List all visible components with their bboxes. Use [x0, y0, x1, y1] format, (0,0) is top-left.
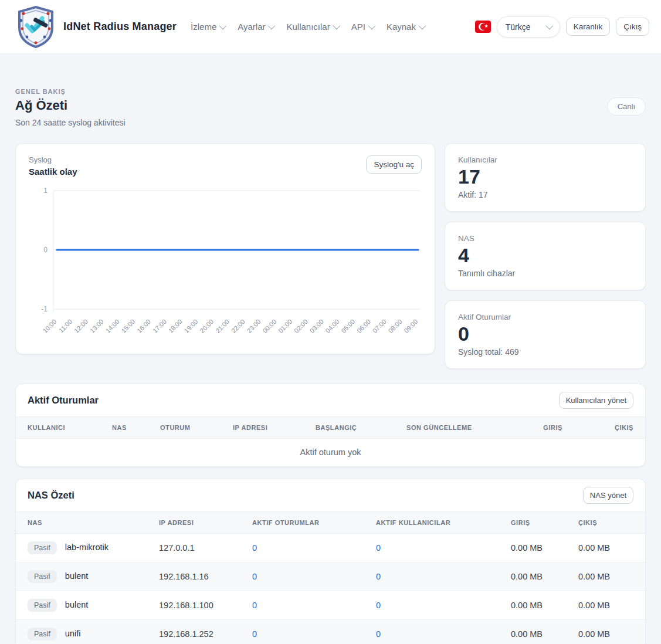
nas-ip-address: 192.168.1.100 — [152, 591, 245, 620]
chart-title: Saatlik olay — [29, 167, 77, 177]
traffic-in-value: 0.00 MB — [504, 534, 571, 562]
stat-subtext: Tanımlı cihazlar — [458, 269, 632, 278]
stat-card: NAS 4 Tanımlı cihazlar — [445, 222, 646, 290]
active-users-link[interactable]: 0 — [376, 629, 381, 639]
traffic-in-value: 0.00 MB — [504, 591, 571, 620]
sessions-column-header: KULLANICI — [16, 417, 105, 439]
sessions-header-row: KULLANICINASOTURUMIP ADRESIBAŞLANGIÇSON … — [16, 417, 645, 439]
overview-grid: Syslog Saatlik olay Syslog'u aç 10-110:0… — [11, 143, 650, 369]
svg-text:19:00: 19:00 — [183, 318, 199, 334]
nas-column-header: AKTIF KULLANICILAR — [369, 512, 504, 534]
nav-menu-label: Kullanıcılar — [286, 22, 330, 32]
open-syslog-button[interactable]: Syslog'u aç — [366, 155, 422, 174]
sessions-column-header: NAS — [105, 417, 153, 439]
chevron-down-icon — [333, 22, 340, 30]
nas-ip-address: 192.168.1.16 — [152, 562, 245, 591]
dark-mode-button[interactable]: Karanlık — [566, 18, 611, 36]
nas-name: bulent — [65, 600, 89, 609]
nas-column-header: NAS — [16, 512, 152, 534]
top-navigation-bar: IdNet Radius Manager İzleme Ayarlar Kull… — [0, 0, 661, 54]
turkish-flag-icon: ★ — [475, 21, 491, 33]
status-badge: Pasif — [28, 570, 57, 583]
svg-text:13:00: 13:00 — [89, 318, 105, 334]
syslog-chart-card: Syslog Saatlik olay Syslog'u aç 10-110:0… — [15, 143, 435, 354]
nas-ip-address: 127.0.0.1 — [152, 534, 245, 562]
sessions-column-header: BAŞLANGIÇ — [309, 417, 399, 439]
stat-value: 17 — [458, 165, 632, 188]
nav-menu-item[interactable]: Kullanıcılar — [286, 22, 338, 32]
nas-column-header: GIRIŞ — [504, 512, 571, 534]
chevron-down-icon — [219, 22, 227, 30]
sessions-title: Aktif Oturumlar — [28, 395, 99, 406]
sessions-column-header: SON GÜNCELLEME — [399, 417, 511, 439]
nav-menu-label: API — [351, 22, 365, 32]
active-sessions-link[interactable]: 0 — [252, 601, 257, 610]
svg-text:15:00: 15:00 — [120, 318, 136, 334]
nas-table-row: Pasif bulent 192.168.1.16 0 0 0.00 MB 0.… — [16, 562, 645, 591]
status-badge: Pasif — [28, 628, 57, 640]
svg-text:02:00: 02:00 — [293, 318, 309, 334]
svg-text:07:00: 07:00 — [371, 318, 388, 334]
svg-text:23:00: 23:00 — [246, 318, 262, 334]
svg-text:0: 0 — [43, 246, 48, 254]
stat-label: Kullanıcılar — [458, 155, 632, 164]
sessions-card-header: Aktif Oturumlar Kullanıcıları yönet — [16, 384, 645, 416]
svg-text:16:00: 16:00 — [135, 318, 152, 334]
chart-card-header: Syslog Saatlik olay Syslog'u aç — [29, 155, 422, 177]
traffic-out-value: 0.00 MB — [571, 534, 645, 562]
active-users-link[interactable]: 0 — [376, 601, 381, 610]
sessions-empty-message: Aktif oturum yok — [16, 439, 645, 467]
main-nav: İzleme Ayarlar Kullanıcılar API Kaynak — [191, 22, 424, 32]
svg-text:08:00: 08:00 — [387, 318, 404, 334]
nav-menu-label: Ayarlar — [238, 22, 265, 32]
manage-nas-button[interactable]: NAS yönet — [583, 487, 633, 504]
chart-kicker: Syslog — [29, 155, 77, 164]
manage-users-button[interactable]: Kullanıcıları yönet — [559, 392, 633, 409]
nas-summary-card: NAS Özeti NAS yönet NASIP ADRESIAKTIF OT… — [15, 479, 646, 644]
topbar-right: ★ Türkçe Karanlık Çıkış — [475, 16, 649, 38]
traffic-out-value: 0.00 MB — [571, 591, 645, 620]
svg-text:06:00: 06:00 — [355, 318, 372, 334]
chevron-down-icon — [368, 22, 375, 30]
stat-label: NAS — [458, 234, 632, 243]
svg-text:21:00: 21:00 — [214, 318, 230, 334]
nas-table-body: Pasif lab-mikrotik 127.0.0.1 0 0 0.00 MB… — [16, 534, 645, 644]
active-sessions-link[interactable]: 0 — [252, 572, 257, 581]
nas-column-header: IP ADRESI — [152, 512, 245, 534]
svg-text:05:00: 05:00 — [340, 318, 356, 334]
live-status-badge: Canlı — [607, 97, 646, 116]
nav-menu-item[interactable]: İzleme — [191, 22, 225, 32]
page-header: GENEL BAKIŞ Ağ Özeti Son 24 saatte syslo… — [11, 88, 650, 127]
svg-text:03:00: 03:00 — [309, 318, 325, 334]
status-badge: Pasif — [28, 541, 57, 554]
nav-menu-item[interactable]: API — [351, 22, 374, 32]
nas-table-row: Pasif lab-mikrotik 127.0.0.1 0 0 0.00 MB… — [16, 534, 645, 562]
status-badge: Pasif — [28, 599, 57, 612]
language-selected-value: Türkçe — [506, 22, 531, 32]
nav-menu-item[interactable]: Kaynak — [387, 22, 424, 32]
active-sessions-link[interactable]: 0 — [252, 629, 257, 639]
nas-column-header: ÇIKIŞ — [571, 512, 645, 534]
syslog-hourly-chart: 10-110:0011:0012:0013:0014:0015:0016:001… — [29, 185, 423, 341]
svg-text:10:00: 10:00 — [41, 318, 57, 334]
active-users-link[interactable]: 0 — [376, 543, 381, 553]
brand: IdNet Radius Manager — [16, 5, 177, 49]
svg-text:20:00: 20:00 — [198, 318, 215, 334]
active-users-link[interactable]: 0 — [376, 572, 381, 581]
svg-text:00:00: 00:00 — [261, 318, 277, 334]
stat-value: 0 — [458, 323, 632, 345]
logout-button[interactable]: Çıkış — [616, 18, 649, 36]
sessions-empty-row: Aktif oturum yok — [16, 439, 645, 467]
nas-ip-address: 192.168.1.252 — [152, 620, 245, 644]
nas-name: bulent — [65, 571, 89, 581]
overview-eyebrow: GENEL BAKIŞ — [15, 88, 126, 95]
svg-text:17:00: 17:00 — [151, 318, 168, 334]
nav-menu-item[interactable]: Ayarlar — [238, 22, 273, 32]
language-select[interactable]: Türkçe — [497, 16, 560, 38]
stat-value: 4 — [458, 244, 632, 267]
svg-text:01:00: 01:00 — [277, 318, 293, 334]
svg-text:-1: -1 — [41, 305, 48, 313]
stat-subtext: Syslog total: 469 — [458, 347, 632, 357]
active-sessions-link[interactable]: 0 — [252, 543, 257, 553]
stat-subtext: Aktif: 17 — [458, 190, 632, 199]
